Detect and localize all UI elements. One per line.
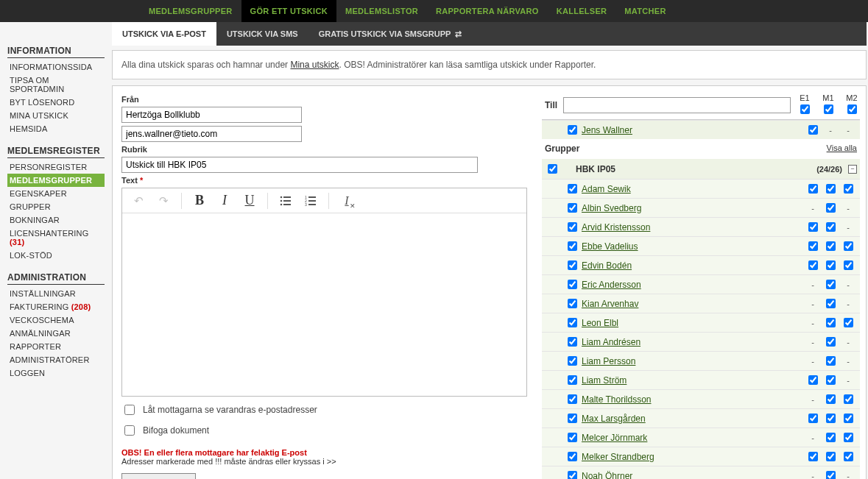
recipient-checkbox[interactable] xyxy=(568,394,577,404)
recipient-link[interactable]: Albin Svedberg xyxy=(582,203,641,213)
sidebar-item[interactable]: HEMSIDA xyxy=(7,122,105,135)
sidebar-item[interactable]: LOGGEN xyxy=(7,366,105,380)
recipient-m1-checkbox[interactable] xyxy=(826,260,836,270)
recipient-m2-checkbox[interactable] xyxy=(844,260,853,270)
recipient-link[interactable]: Malte Thorildsson xyxy=(582,394,652,405)
recipient-checkbox[interactable] xyxy=(568,260,577,270)
italic-button[interactable]: I xyxy=(213,191,236,211)
sidebar-item[interactable]: MEDLEMSGRUPPER xyxy=(7,174,105,187)
notice-link[interactable]: Mina utskick xyxy=(290,60,339,70)
recipient-m1-checkbox[interactable] xyxy=(826,433,836,442)
topnav-item[interactable]: GÖR ETT UTSKICK xyxy=(241,0,336,22)
recipient-m2-checkbox[interactable] xyxy=(844,394,853,404)
sidebar-item[interactable]: VECKOSCHEMA xyxy=(7,313,105,327)
sidebar-item[interactable]: INSTÄLLNINGAR xyxy=(7,287,105,300)
recipient-checkbox[interactable] xyxy=(568,280,577,289)
recipient-checkbox[interactable] xyxy=(568,222,577,232)
sidebar-item[interactable]: INFORMATIONSSIDA xyxy=(7,60,105,74)
bullet-list-button[interactable] xyxy=(274,191,297,211)
recipient-checkbox[interactable] xyxy=(568,241,577,251)
recipient-link[interactable]: Edvin Bodén xyxy=(582,260,632,271)
col-m2-checkbox[interactable] xyxy=(847,104,857,114)
sidebar-item[interactable]: ADMINISTRATÖRER xyxy=(7,353,105,366)
recipient-link[interactable]: Liam Andrésen xyxy=(582,337,641,347)
underline-button[interactable]: U xyxy=(238,191,261,211)
sidebar-item[interactable]: LOK-STÖD xyxy=(7,249,105,262)
recipient-link[interactable]: Liam Ström xyxy=(582,375,627,386)
recipient-checkbox[interactable] xyxy=(568,433,577,442)
recipient-e1-checkbox[interactable] xyxy=(808,125,818,135)
collapse-icon[interactable]: − xyxy=(848,165,857,174)
recipient-m1-checkbox[interactable] xyxy=(826,280,836,289)
col-m1-checkbox[interactable] xyxy=(824,104,833,114)
recipient-link[interactable]: Adam Sewik xyxy=(582,184,631,194)
recipient-m1-checkbox[interactable] xyxy=(826,375,836,385)
group-checkbox[interactable] xyxy=(548,164,557,174)
clear-format-button[interactable]: I✕ xyxy=(335,191,359,211)
recipient-e1-checkbox[interactable] xyxy=(808,222,818,232)
recipient-m1-checkbox[interactable] xyxy=(826,299,836,308)
recipient-checkbox[interactable] xyxy=(568,337,577,347)
sidebar-item[interactable]: FAKTURERING (208) xyxy=(7,300,105,313)
recipient-checkbox[interactable] xyxy=(568,299,577,308)
from-email-input[interactable] xyxy=(121,126,302,142)
sidebar-item[interactable]: MINA UTSKICK xyxy=(7,109,105,122)
show-all-link[interactable]: Visa alla xyxy=(827,143,857,154)
send-button[interactable]: Maila utskicket xyxy=(121,473,196,479)
recipient-m1-checkbox[interactable] xyxy=(826,414,836,423)
recipient-m1-checkbox[interactable] xyxy=(826,203,836,213)
recipient-e1-checkbox[interactable] xyxy=(808,260,818,270)
from-name-input[interactable] xyxy=(121,107,302,123)
recipient-link[interactable]: Kian Arvenhav xyxy=(582,299,638,309)
recipient-checkbox[interactable] xyxy=(568,471,577,479)
recipient-m1-checkbox[interactable] xyxy=(826,337,836,347)
subtab[interactable]: UTSKICK VIA SMS xyxy=(216,22,308,46)
subject-input[interactable] xyxy=(121,157,478,173)
sidebar-item[interactable]: RAPPORTER xyxy=(7,340,105,353)
recipient-m2-checkbox[interactable] xyxy=(844,433,853,442)
recipient-link[interactable]: Melcer Jörnmark xyxy=(582,433,647,443)
recipient-m2-checkbox[interactable] xyxy=(844,452,853,461)
recipient-e1-checkbox[interactable] xyxy=(808,452,818,461)
subtab[interactable]: UTSKICK VIA E-POST xyxy=(112,22,216,46)
sidebar-item[interactable]: EGENSKAPER xyxy=(7,187,105,200)
recipient-m1-checkbox[interactable] xyxy=(826,356,836,366)
numbered-list-button[interactable]: 123 xyxy=(299,191,322,211)
group-row[interactable]: HBK IP05 (24/26) − xyxy=(542,158,860,179)
recipient-m1-checkbox[interactable] xyxy=(826,394,836,404)
topnav-item[interactable]: MEDLEMSLISTOR xyxy=(336,0,427,22)
recipient-checkbox[interactable] xyxy=(568,356,577,366)
recipient-link[interactable]: Jens Wallner xyxy=(582,125,632,135)
recipient-m1-checkbox[interactable] xyxy=(826,222,836,232)
topnav-item[interactable]: RAPPORTERA NÄRVARO xyxy=(427,0,548,22)
recipient-checkbox[interactable] xyxy=(568,125,577,135)
recipient-m1-checkbox[interactable] xyxy=(826,241,836,251)
recipient-checkbox[interactable] xyxy=(568,375,577,385)
bold-button[interactable]: B xyxy=(188,191,211,211)
sidebar-item[interactable]: BOKNINGAR xyxy=(7,213,105,227)
recipient-m1-checkbox[interactable] xyxy=(826,452,836,461)
sidebar-item[interactable]: BYT LÖSENORD xyxy=(7,96,105,109)
recipient-e1-checkbox[interactable] xyxy=(808,184,818,194)
recipient-checkbox[interactable] xyxy=(568,414,577,423)
editor-body[interactable] xyxy=(122,213,526,396)
recipient-m1-checkbox[interactable] xyxy=(826,471,836,479)
sidebar-item[interactable]: LICENSHANTERING (31) xyxy=(7,227,105,249)
recipient-checkbox[interactable] xyxy=(568,452,577,461)
recipient-search-input[interactable] xyxy=(563,97,791,113)
recipient-m1-checkbox[interactable] xyxy=(826,318,836,327)
attach-checkbox[interactable] xyxy=(124,425,135,436)
topnav-item[interactable]: MATCHER xyxy=(615,0,674,22)
recipient-m2-checkbox[interactable] xyxy=(844,318,853,327)
recipient-link[interactable]: Melker Strandberg xyxy=(582,452,654,462)
recipient-link[interactable]: Noah Öhrner xyxy=(582,471,632,480)
topnav-item[interactable]: MEDLEMSGRUPPER xyxy=(140,0,241,22)
recipient-m2-checkbox[interactable] xyxy=(844,184,853,194)
undo-button[interactable]: ↶ xyxy=(127,191,150,211)
sidebar-item[interactable]: PERSONREGISTER xyxy=(7,160,105,174)
recipient-e1-checkbox[interactable] xyxy=(808,414,818,423)
recipient-e1-checkbox[interactable] xyxy=(808,375,818,385)
sidebar-item[interactable]: TIPSA OM SPORTADMIN xyxy=(7,74,105,96)
recipient-link[interactable]: Arvid Kristensson xyxy=(582,222,650,233)
col-e1-checkbox[interactable] xyxy=(800,104,810,114)
